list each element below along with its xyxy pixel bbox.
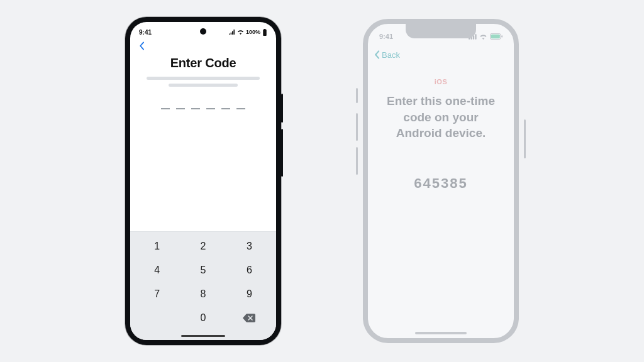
keypad-1[interactable]: 1 bbox=[134, 234, 180, 258]
status-time: 9:41 bbox=[139, 29, 152, 36]
instruction-headline: Enter this one-time code on your Android… bbox=[384, 93, 497, 141]
iphone-volume-up bbox=[356, 113, 358, 141]
android-volume-button bbox=[281, 94, 283, 123]
back-button[interactable]: Back bbox=[374, 50, 400, 60]
iphone-volume-down bbox=[356, 147, 358, 175]
android-app-bar bbox=[130, 40, 276, 55]
keypad-4[interactable]: 4 bbox=[134, 258, 180, 282]
chevron-left-icon bbox=[138, 41, 147, 50]
android-gesture-bar bbox=[130, 331, 276, 340]
keypad-8[interactable]: 8 bbox=[180, 282, 226, 306]
placeholder-line bbox=[169, 84, 238, 87]
android-device-frame: 9:41 100% Enter Code bbox=[125, 17, 281, 345]
iphone-mute-switch bbox=[356, 88, 358, 103]
keypad-empty bbox=[134, 306, 180, 330]
code-slot bbox=[176, 101, 185, 109]
signal-icon bbox=[229, 30, 235, 35]
keypad-5[interactable]: 5 bbox=[180, 258, 226, 282]
keypad-backspace[interactable] bbox=[226, 306, 272, 330]
iphone-side-button bbox=[524, 119, 526, 158]
placeholder-line bbox=[147, 77, 260, 80]
page-title: Enter Code bbox=[143, 56, 264, 70]
svg-rect-0 bbox=[263, 29, 267, 35]
battery-percent: 100% bbox=[246, 29, 260, 35]
android-front-camera bbox=[200, 28, 206, 35]
back-label: Back bbox=[382, 50, 400, 60]
code-slot bbox=[191, 101, 200, 109]
ios-nav-bar: Back bbox=[368, 45, 514, 64]
android-screen: 9:41 100% Enter Code bbox=[130, 22, 276, 340]
android-power-button bbox=[281, 129, 283, 177]
svg-rect-8 bbox=[501, 35, 502, 37]
keypad-0[interactable]: 0 bbox=[180, 306, 226, 330]
code-slot bbox=[206, 101, 215, 109]
chevron-left-icon bbox=[374, 50, 380, 59]
iphone-device-frame: 9:41 Back iOS Enter this one-time code o… bbox=[363, 19, 519, 343]
keypad-9[interactable]: 9 bbox=[226, 282, 272, 306]
iphone-notch bbox=[406, 23, 476, 38]
battery-icon bbox=[490, 33, 502, 40]
code-slot bbox=[236, 101, 245, 109]
svg-rect-7 bbox=[491, 35, 500, 39]
android-status-icons: 100% bbox=[229, 29, 267, 36]
iphone-home-indicator bbox=[415, 332, 467, 334]
keypad-3[interactable]: 3 bbox=[226, 234, 272, 258]
android-content: Enter Code bbox=[130, 55, 276, 231]
svg-rect-5 bbox=[475, 34, 476, 39]
back-button[interactable] bbox=[138, 41, 147, 53]
numeric-keypad: 1 2 3 4 5 6 7 8 9 0 bbox=[130, 231, 276, 331]
code-input[interactable] bbox=[143, 101, 264, 109]
status-time: 9:41 bbox=[379, 33, 393, 40]
keypad-7[interactable]: 7 bbox=[134, 282, 180, 306]
ios-content: iOS Enter this one-time code on your And… bbox=[368, 64, 514, 192]
keypad-2[interactable]: 2 bbox=[180, 234, 226, 258]
backspace-icon bbox=[243, 314, 255, 322]
battery-icon bbox=[262, 29, 267, 36]
svg-rect-1 bbox=[264, 29, 266, 30]
code-slot bbox=[221, 101, 230, 109]
wifi-icon bbox=[479, 34, 487, 40]
code-slot bbox=[161, 101, 170, 109]
keypad-6[interactable]: 6 bbox=[226, 258, 272, 282]
wifi-icon bbox=[237, 30, 244, 35]
platform-label: iOS bbox=[384, 78, 497, 85]
one-time-code: 645385 bbox=[384, 175, 497, 192]
